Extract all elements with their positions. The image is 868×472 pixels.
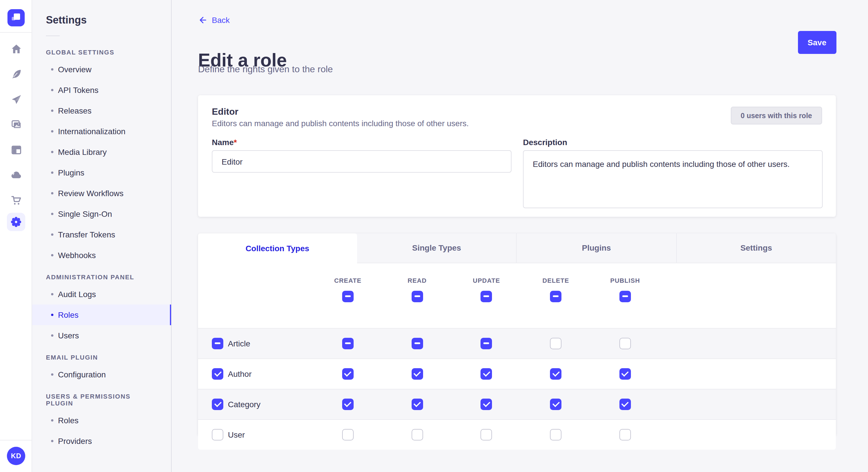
save-button[interactable]: Save bbox=[798, 31, 836, 54]
row-user-checkbox[interactable] bbox=[212, 429, 223, 440]
page-subtitle: Define the rights given to the role bbox=[198, 64, 333, 75]
sidebar-item-label: API Tokens bbox=[58, 86, 98, 95]
home-icon[interactable] bbox=[0, 38, 32, 59]
author-update-checkbox[interactable] bbox=[481, 368, 492, 379]
bullet-icon bbox=[51, 373, 53, 376]
rail-divider-bottom bbox=[0, 440, 32, 440]
sidebar-item-api-tokens[interactable]: API Tokens bbox=[32, 80, 171, 100]
sidebar-item-roles[interactable]: Roles bbox=[32, 305, 171, 325]
sidebar-item-label: Single Sign-On bbox=[58, 209, 112, 218]
sidebar-item-configuration[interactable]: Configuration bbox=[32, 364, 171, 385]
column-header-publish: PUBLISH bbox=[590, 277, 660, 283]
author-publish-checkbox[interactable] bbox=[619, 368, 631, 379]
bullet-icon bbox=[51, 254, 53, 256]
article-delete-checkbox[interactable] bbox=[550, 338, 561, 349]
name-field-group: Name* Editor bbox=[212, 138, 511, 208]
role-description-text: Editors can manage and publish contents … bbox=[212, 119, 469, 128]
row-label: Category bbox=[228, 400, 260, 409]
sidebar-item-label: Roles bbox=[58, 310, 79, 319]
sidebar-item-roles[interactable]: Roles bbox=[32, 410, 171, 431]
category-create-checkbox[interactable] bbox=[342, 398, 353, 410]
bullet-icon bbox=[51, 192, 53, 194]
row-label: User bbox=[228, 430, 245, 439]
tab-plugins[interactable]: Plugins bbox=[516, 233, 676, 263]
sidebar-item-releases[interactable]: Releases bbox=[32, 100, 171, 121]
user-read-checkbox[interactable] bbox=[411, 429, 423, 440]
cloud-icon[interactable] bbox=[0, 165, 32, 185]
bullet-icon bbox=[51, 293, 53, 295]
sidebar-item-webhooks[interactable]: Webhooks bbox=[32, 245, 171, 266]
users-with-role-badge[interactable]: 0 users with this role bbox=[731, 107, 822, 125]
user-avatar[interactable]: KD bbox=[7, 447, 25, 465]
article-update-checkbox[interactable] bbox=[481, 338, 492, 349]
article-publish-checkbox[interactable] bbox=[619, 338, 631, 349]
sidebar-item-overview[interactable]: Overview bbox=[32, 59, 171, 80]
sidebar-section-label: EMAIL PLUGIN bbox=[32, 346, 171, 364]
permissions-table-header: CREATEREADUPDATEDELETEPUBLISH bbox=[198, 277, 836, 328]
back-arrow-icon bbox=[198, 15, 207, 25]
select-all-update-checkbox[interactable] bbox=[481, 291, 492, 302]
user-delete-checkbox[interactable] bbox=[550, 429, 561, 440]
select-all-publish-checkbox[interactable] bbox=[619, 291, 631, 302]
select-all-read-checkbox[interactable] bbox=[411, 291, 423, 302]
sidebar-item-users[interactable]: Users bbox=[32, 325, 171, 346]
sidebar-item-internationalization[interactable]: Internationalization bbox=[32, 121, 171, 142]
sidebar-section-label: GLOBAL SETTINGS bbox=[32, 41, 171, 59]
sidebar-section-label: USERS & PERMISSIONS PLUGIN bbox=[32, 385, 171, 410]
category-delete-checkbox[interactable] bbox=[550, 398, 561, 410]
bullet-icon bbox=[51, 89, 53, 91]
row-category-checkbox[interactable] bbox=[212, 398, 223, 410]
table-row-article: Article bbox=[198, 328, 836, 358]
sidebar-item-media-library[interactable]: Media Library bbox=[32, 142, 171, 162]
article-create-checkbox[interactable] bbox=[342, 338, 353, 349]
sidebar-item-label: Audit Logs bbox=[58, 290, 96, 299]
app-window: KD Settings GLOBAL SETTINGSOverviewAPI T… bbox=[0, 0, 868, 472]
table-row-category: Category bbox=[198, 389, 836, 419]
author-delete-checkbox[interactable] bbox=[550, 368, 561, 379]
author-create-checkbox[interactable] bbox=[342, 368, 353, 379]
bullet-icon bbox=[51, 233, 53, 236]
category-publish-checkbox[interactable] bbox=[619, 398, 631, 410]
media-icon[interactable] bbox=[0, 114, 32, 135]
sidebar-item-transfer-tokens[interactable]: Transfer Tokens bbox=[32, 224, 171, 245]
tab-settings[interactable]: Settings bbox=[676, 233, 836, 263]
row-article-checkbox[interactable] bbox=[212, 338, 223, 349]
tab-collection-types[interactable]: Collection Types bbox=[198, 233, 357, 263]
strapi-logo-icon bbox=[10, 11, 22, 24]
back-link[interactable]: Back bbox=[198, 15, 229, 25]
row-label: Author bbox=[228, 369, 252, 378]
description-field-group: Description Editors can manage and publi… bbox=[523, 138, 823, 208]
permissions-table: CREATEREADUPDATEDELETEPUBLISH ArticleAut… bbox=[198, 263, 836, 449]
table-row-author: Author bbox=[198, 358, 836, 389]
cart-icon[interactable] bbox=[0, 190, 32, 210]
row-label: Article bbox=[228, 339, 250, 348]
feather-icon[interactable] bbox=[0, 64, 32, 84]
strapi-logo[interactable] bbox=[7, 9, 25, 26]
sidebar-item-plugins[interactable]: Plugins bbox=[32, 162, 171, 183]
category-read-checkbox[interactable] bbox=[411, 398, 423, 410]
send-icon[interactable] bbox=[0, 89, 32, 109]
sidebar-item-providers[interactable]: Providers bbox=[32, 431, 171, 451]
tab-single-types[interactable]: Single Types bbox=[357, 233, 516, 263]
back-label: Back bbox=[212, 15, 229, 25]
sidebar-item-audit-logs[interactable]: Audit Logs bbox=[32, 284, 171, 305]
select-all-create-checkbox[interactable] bbox=[342, 291, 353, 302]
layout-icon[interactable] bbox=[0, 139, 32, 160]
row-author-checkbox[interactable] bbox=[212, 368, 223, 379]
bullet-icon bbox=[51, 68, 53, 71]
column-header-read: READ bbox=[383, 277, 452, 283]
settings-nav-active[interactable] bbox=[7, 213, 25, 231]
article-read-checkbox[interactable] bbox=[411, 338, 423, 349]
description-textarea[interactable]: Editors can manage and publish contents … bbox=[523, 150, 823, 208]
table-row-user: User bbox=[198, 419, 836, 449]
category-update-checkbox[interactable] bbox=[481, 398, 492, 410]
bullet-icon bbox=[51, 419, 53, 422]
sidebar-item-single-sign-on[interactable]: Single Sign-On bbox=[32, 204, 171, 224]
name-input[interactable]: Editor bbox=[212, 150, 511, 173]
user-create-checkbox[interactable] bbox=[342, 429, 353, 440]
user-update-checkbox[interactable] bbox=[481, 429, 492, 440]
select-all-delete-checkbox[interactable] bbox=[550, 291, 561, 302]
sidebar-item-review-workflows[interactable]: Review Workflows bbox=[32, 183, 171, 204]
author-read-checkbox[interactable] bbox=[411, 368, 423, 379]
user-publish-checkbox[interactable] bbox=[619, 429, 631, 440]
